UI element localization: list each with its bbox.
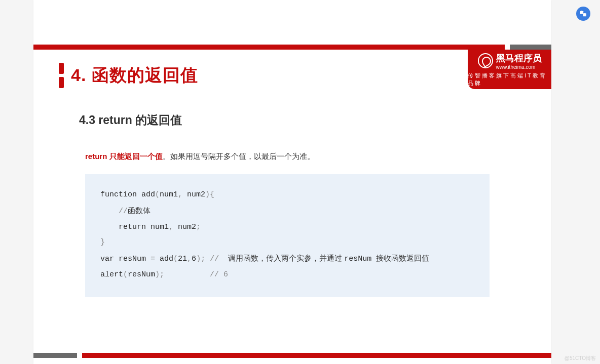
brand-box: 黑马程序员 www.itheima.com 传智播客旗下高端IT教育品牌 [468, 50, 551, 89]
code-token: num1 [160, 190, 178, 199]
code-token: 调用函数，传入两个实参，并通过 [228, 254, 344, 262]
code-token: ( [173, 255, 178, 263]
code-token: , [187, 255, 192, 263]
code-token: ( [155, 190, 160, 199]
note-paragraph: return 只能返回一个值。如果用逗号隔开多个值，以最后一个为准。 [85, 152, 315, 161]
header-bar-red [33, 45, 505, 50]
brand-row: 黑马程序员 www.itheima.com [478, 52, 542, 70]
code-token: resNum [128, 270, 155, 279]
code-token: var resNum [100, 255, 151, 263]
footer-bar-dark [33, 353, 77, 358]
brand-slogan: 传智播客旗下高端IT教育品牌 [468, 72, 551, 87]
code-token: ); [155, 270, 164, 279]
header-bar [33, 45, 551, 50]
code-token: function [100, 190, 137, 199]
code-token: ); [196, 255, 210, 263]
code-block: function add(num1, num2){ //函数体 return n… [85, 174, 490, 297]
brand-name: 黑马程序员 [496, 52, 542, 64]
code-token: = [151, 255, 160, 263]
slide-page: 4. 函数的返回值 黑马程序员 www.itheima.com 传智播客旗下高端… [33, 0, 551, 364]
code-token: } [100, 238, 105, 247]
code-token: // [210, 255, 228, 263]
code-token: return num1 [100, 223, 169, 231]
brand-logo-icon [478, 53, 493, 68]
translate-badge-icon[interactable]: 文 A [576, 7, 590, 21]
code-token: 21 [178, 255, 187, 263]
brand-url: www.itheima.com [496, 64, 542, 70]
code-token: // 6 [164, 270, 228, 279]
code-token: resNum [344, 255, 376, 263]
code-token: 接收函数返回值 [376, 254, 429, 262]
code-token: alert [100, 270, 123, 279]
code-token: ; [196, 223, 201, 231]
svg-text:文: 文 [581, 11, 583, 14]
code-token: ( [123, 270, 128, 279]
code-token: // [100, 207, 128, 216]
page-title-row: 4. 函数的返回值 [59, 63, 198, 88]
code-token: num2 [178, 223, 196, 231]
code-token: add [137, 190, 155, 199]
footer-bar [33, 353, 551, 358]
header-bar-dark [510, 45, 551, 50]
title-decoration-icon [59, 63, 64, 88]
page-subtitle: 4.3 return 的返回值 [79, 112, 182, 128]
code-token: , [169, 223, 178, 231]
footer-bar-red [82, 353, 551, 358]
code-token: 函数体 [128, 206, 151, 215]
note-rest: 。如果用逗号隔开多个值，以最后一个为准。 [163, 152, 315, 160]
code-token: add [160, 255, 173, 263]
page-title: 4. 函数的返回值 [71, 64, 198, 87]
note-emphasis: return 只能返回一个值 [85, 152, 163, 160]
watermark: @51CTO博客 [565, 355, 596, 362]
code-token: ){ [205, 190, 214, 199]
code-token: , [178, 190, 187, 199]
code-token: 6 [192, 255, 196, 263]
code-token: num2 [187, 190, 205, 199]
